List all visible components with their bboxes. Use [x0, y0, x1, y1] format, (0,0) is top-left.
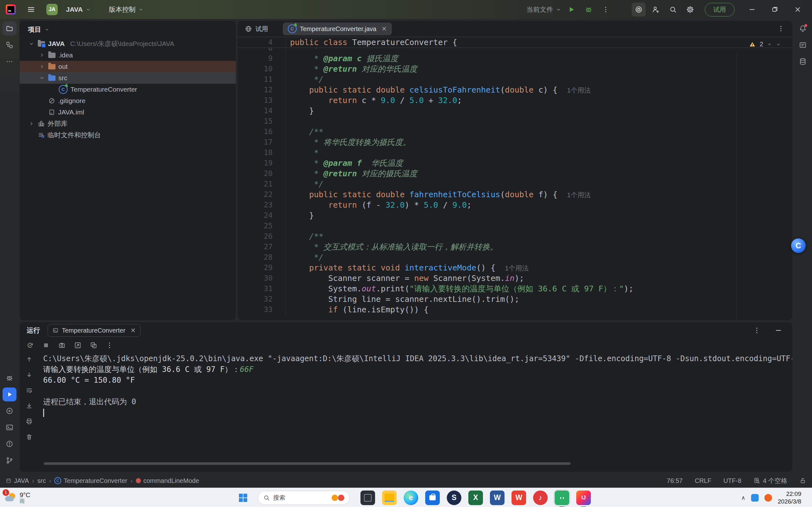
editor-options-button[interactable]: [777, 25, 785, 32]
debug-tool-button[interactable]: [3, 371, 16, 385]
vcs-tool-button[interactable]: [3, 453, 16, 467]
minimize-button[interactable]: [742, 3, 762, 16]
taskbar-app-excel[interactable]: X: [468, 491, 483, 505]
trial-badge-button[interactable]: 试用: [705, 3, 734, 16]
soft-wrap-button[interactable]: [24, 385, 35, 396]
kebab-icon: [602, 6, 610, 13]
run-tab-temperatureconverter[interactable]: TemperatureConverter ✕: [48, 324, 141, 337]
breadcrumb-src[interactable]: src: [38, 477, 46, 485]
trash-button[interactable]: [24, 432, 35, 442]
tray-app-icon[interactable]: [764, 494, 772, 502]
close-button[interactable]: [788, 3, 808, 16]
taskbar-app-dark-app[interactable]: [360, 491, 375, 505]
maximize-button[interactable]: [765, 3, 785, 16]
tree-item-[interactable]: 外部库: [20, 118, 236, 129]
encoding-indicator[interactable]: UTF-8: [723, 477, 742, 485]
breadcrumb-separator: ›: [49, 477, 51, 485]
taskbar-app-wechat[interactable]: ◖◗: [555, 491, 569, 505]
console-horizontal-scrollbar[interactable]: [44, 462, 570, 465]
taskbar-app-music[interactable]: ♪: [533, 491, 548, 505]
tray-expand-button[interactable]: ∧: [741, 494, 745, 501]
tree-chevron-icon[interactable]: [38, 52, 45, 58]
breadcrumb-commandlinemode[interactable]: commandLineMode: [136, 477, 199, 485]
close-tab-icon[interactable]: ✕: [131, 327, 136, 334]
terminal-tool-button[interactable]: [3, 420, 16, 434]
code-editor[interactable]: 4 public class TemperatureConverter { 8 …: [238, 37, 792, 320]
stop-button[interactable]: [41, 340, 51, 351]
more-dots-tool-button[interactable]: [3, 55, 16, 68]
tree-item-[interactable]: 临时文件和控制台: [20, 129, 236, 141]
tab-temperatureconverter-java[interactable]: C TemperatureConverter.java ✕: [283, 22, 392, 35]
tree-item-idea[interactable]: .idea: [20, 50, 236, 61]
folder-proj-icon: [38, 41, 45, 47]
breadcrumb-temperatureconverter[interactable]: CTemperatureConverter: [54, 477, 127, 485]
run-button[interactable]: [564, 3, 578, 16]
bell-tool-button[interactable]: [796, 21, 810, 36]
inspection-widget[interactable]: 2: [749, 41, 781, 48]
settings-button[interactable]: [683, 3, 697, 16]
taskbar-app-store[interactable]: [425, 491, 440, 505]
tree-item-java[interactable]: JAVAC:\Users\朱彦硕\IdeaProjects\JAVA: [20, 38, 236, 50]
database-tool-button[interactable]: [796, 55, 810, 68]
start-button[interactable]: [236, 491, 250, 505]
tree-chevron-icon[interactable]: [38, 64, 45, 69]
vcs-widget[interactable]: 版本控制: [109, 5, 144, 14]
camera-button[interactable]: [56, 340, 67, 351]
taskbar-app-word[interactable]: W: [490, 491, 505, 505]
tree-item-temperatureconverter[interactable]: CTemperatureConverter: [20, 84, 236, 95]
run-config-selector[interactable]: 当前文件: [526, 5, 561, 14]
tree-item-src[interactable]: src: [20, 72, 236, 84]
taskbar-app-file-explorer[interactable]: [382, 491, 397, 505]
run-tool-button[interactable]: [3, 388, 16, 401]
breadcrumb-java[interactable]: JAVA: [6, 477, 29, 485]
weather-widget[interactable]: 1 9°C 雨: [0, 492, 52, 504]
arrow-up-button[interactable]: [24, 354, 35, 364]
tray-qq-icon[interactable]: [751, 494, 759, 502]
taskbar-app-edge[interactable]: e: [404, 491, 418, 505]
main-menu-button[interactable]: [24, 3, 38, 16]
taskbar-search[interactable]: 搜索: [258, 491, 350, 505]
more-actions-button[interactable]: [599, 3, 613, 16]
arrow-down-button[interactable]: [24, 370, 35, 380]
search-everywhere-button[interactable]: [666, 3, 680, 16]
taskbar-app-wps[interactable]: W: [511, 491, 526, 505]
caret-position[interactable]: 76:57: [667, 477, 682, 485]
indent-indicator[interactable]: 4 个空格: [753, 476, 787, 485]
line-ending-indicator[interactable]: CRLF: [695, 477, 711, 485]
ai-assistant-button[interactable]: [632, 3, 646, 16]
chevron-down-icon[interactable]: [44, 27, 50, 32]
rerun-button[interactable]: [25, 340, 36, 351]
tree-item-out[interactable]: out: [20, 61, 236, 72]
code-with-me-button[interactable]: [649, 3, 663, 16]
next-warning-icon[interactable]: [776, 42, 781, 47]
problems-tool-button[interactable]: [3, 437, 16, 451]
print-button[interactable]: [24, 416, 35, 427]
tree-item-gitignore[interactable]: .gitignore: [20, 95, 236, 107]
tree-chevron-icon[interactable]: [28, 41, 35, 47]
ai-card-tool-button[interactable]: [796, 38, 810, 52]
line-number: 17: [238, 137, 286, 148]
taskbar-app-idea[interactable]: IJ: [576, 491, 591, 505]
prev-warning-icon[interactable]: [767, 42, 772, 47]
run-console[interactable]: C:\Users\朱彦硕\.jdks\openjdk-25.0.2\bin\ja…: [39, 352, 792, 469]
kebab-button[interactable]: [104, 340, 115, 351]
folder-tool-button[interactable]: [3, 21, 16, 36]
taskbar-clock[interactable]: 22:09 2026/3/8: [778, 490, 801, 505]
debug-button[interactable]: [581, 3, 596, 16]
hide-run-panel-button[interactable]: [771, 324, 785, 337]
taskbar-app-navy-app[interactable]: S: [447, 491, 461, 505]
tree-chevron-icon[interactable]: [28, 121, 35, 126]
services-tool-button[interactable]: [3, 404, 16, 418]
tab-trial[interactable]: 试用: [245, 25, 268, 33]
close-tab-icon[interactable]: ✕: [382, 25, 387, 33]
tree-item-javaiml[interactable]: JAVA.iml: [20, 107, 236, 118]
structure-tool-button[interactable]: [3, 38, 16, 52]
scroll-end-button[interactable]: [24, 400, 35, 411]
ai-assistant-floating-button[interactable]: C: [791, 238, 806, 253]
file-lock-indicator[interactable]: [799, 477, 806, 484]
project-selector[interactable]: JAVA: [66, 6, 91, 13]
open-in-button[interactable]: [72, 340, 83, 351]
layers-button[interactable]: [88, 340, 99, 351]
run-panel-options-button[interactable]: [750, 324, 764, 337]
tree-chevron-icon[interactable]: [38, 75, 45, 81]
